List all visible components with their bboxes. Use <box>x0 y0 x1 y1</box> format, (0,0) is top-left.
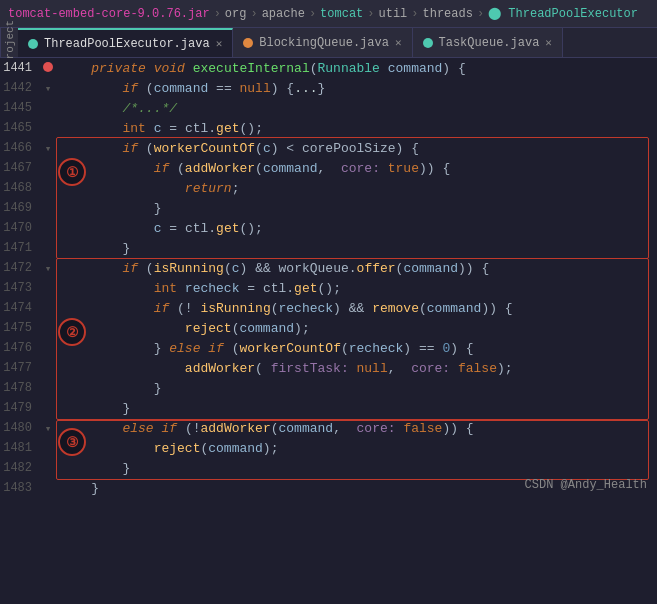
code-area[interactable]: 1441 private void executeInternal(Runnab… <box>0 58 657 604</box>
line-number: 1441 <box>0 58 40 78</box>
code-line: else if (!addWorker(command, core: false… <box>56 418 657 438</box>
table-row: 1477 addWorker( firstTask: null, core: f… <box>0 358 657 378</box>
tab-close-1[interactable]: ✕ <box>216 37 223 50</box>
path-util: util <box>379 7 408 21</box>
code-line: private void executeInternal(Runnable co… <box>56 58 657 78</box>
gutter-cell <box>40 478 56 498</box>
fold-icon[interactable]: ▾ <box>40 138 56 158</box>
tab-icon-blue2 <box>423 38 433 48</box>
code-line: } else if (workerCountOf(recheck) == 0) … <box>56 338 657 358</box>
tab-icon-blue <box>28 39 38 49</box>
gutter-cell <box>40 158 56 178</box>
table-row: 1466 ▾ if (workerCountOf(c) < corePoolSi… <box>0 138 657 158</box>
table-row: 1481 reject(command); <box>0 438 657 458</box>
code-line: if (workerCountOf(c) < corePoolSize) { <box>56 138 657 158</box>
line-number: 1479 <box>0 398 40 418</box>
line-number: 1477 <box>0 358 40 378</box>
line-number: 1482 <box>0 458 40 478</box>
line-number: 1480 <box>0 418 40 438</box>
table-row: 1480 ▾ else if (!addWorker(command, core… <box>0 418 657 438</box>
code-line: if (! isRunning(recheck) && remove(comma… <box>56 298 657 318</box>
jar-name: tomcat-embed-core-9.0.76.jar <box>8 7 210 21</box>
watermark: CSDN @Andy_Health <box>525 478 647 492</box>
tab-label-blockingqueue: BlockingQueue.java <box>259 36 389 50</box>
fold-icon[interactable]: ▾ <box>40 78 56 98</box>
gutter-cell <box>40 238 56 258</box>
line-number: 1468 <box>0 178 40 198</box>
path-threads: threads <box>423 7 473 21</box>
table-row: 1482 } <box>0 458 657 478</box>
tab-label-taskqueue: TaskQueue.java <box>439 36 540 50</box>
tab-label-threadpoolexecutor: ThreadPoolExecutor.java <box>44 37 210 51</box>
gutter-cell <box>40 458 56 478</box>
table-row: 1475 reject(command); <box>0 318 657 338</box>
path-tomcat: tomcat <box>320 7 363 21</box>
table-row: 1470 c = ctl.get(); <box>0 218 657 238</box>
line-number: 1474 <box>0 298 40 318</box>
table-row: 1442 ▾ if (command == null) {...} <box>0 78 657 98</box>
table-row: 1474 if (! isRunning(recheck) && remove(… <box>0 298 657 318</box>
table-row: 1445 /*...*/ <box>0 98 657 118</box>
path-class: ⬤ ThreadPoolExecutor <box>488 6 638 21</box>
tab-taskqueue[interactable]: TaskQueue.java ✕ <box>413 28 563 57</box>
code-line: } <box>56 198 657 218</box>
breakpoint-icon <box>40 58 56 78</box>
line-number: 1466 <box>0 138 40 158</box>
gutter-cell <box>40 98 56 118</box>
gutter-cell <box>40 338 56 358</box>
table-row: 1478 } <box>0 378 657 398</box>
line-number: 1471 <box>0 238 40 258</box>
tab-icon-orange <box>243 38 253 48</box>
tab-bar: Project ThreadPoolExecutor.java ✕ Blocki… <box>0 28 657 58</box>
table-row: 1465 int c = ctl.get(); <box>0 118 657 138</box>
tab-close-2[interactable]: ✕ <box>395 36 402 49</box>
line-number: 1445 <box>0 98 40 118</box>
code-line: int recheck = ctl.get(); <box>56 278 657 298</box>
gutter-cell <box>40 118 56 138</box>
gutter-cell <box>40 178 56 198</box>
line-number: 1465 <box>0 118 40 138</box>
gutter-cell <box>40 298 56 318</box>
tab-blockingqueue[interactable]: BlockingQueue.java ✕ <box>233 28 412 57</box>
gutter-cell <box>40 358 56 378</box>
line-number: 1467 <box>0 158 40 178</box>
table-row: 1476 } else if (workerCountOf(recheck) =… <box>0 338 657 358</box>
table-row: 1472 ▾ if (isRunning(c) && workQueue.off… <box>0 258 657 278</box>
gutter-cell <box>40 398 56 418</box>
table-row: 1469 } <box>0 198 657 218</box>
main-area: 1441 private void executeInternal(Runnab… <box>0 58 657 604</box>
line-number: 1481 <box>0 438 40 458</box>
tab-threadpoolexecutor[interactable]: ThreadPoolExecutor.java ✕ <box>18 28 233 57</box>
code-line: return; <box>56 178 657 198</box>
table-row: 1467 if (addWorker(command, core: true))… <box>0 158 657 178</box>
table-row: 1473 int recheck = ctl.get(); <box>0 278 657 298</box>
code-line: c = ctl.get(); <box>56 218 657 238</box>
line-number: 1442 <box>0 78 40 98</box>
code-table: 1441 private void executeInternal(Runnab… <box>0 58 657 498</box>
table-row: 1441 private void executeInternal(Runnab… <box>0 58 657 78</box>
gutter-cell <box>40 198 56 218</box>
gutter-cell <box>40 318 56 338</box>
project-label: Project <box>0 28 18 57</box>
code-line: int c = ctl.get(); <box>56 118 657 138</box>
code-line: if (command == null) {...} <box>56 78 657 98</box>
code-line: addWorker( firstTask: null, core: false)… <box>56 358 657 378</box>
code-line: reject(command); <box>56 318 657 338</box>
fold-icon[interactable]: ▾ <box>40 418 56 438</box>
path-org: org <box>225 7 247 21</box>
line-number: 1476 <box>0 338 40 358</box>
code-line: } <box>56 458 657 478</box>
gutter-cell <box>40 378 56 398</box>
code-line: reject(command); <box>56 438 657 458</box>
code-line: } <box>56 398 657 418</box>
code-line: if (addWorker(command, core: true)) { <box>56 158 657 178</box>
line-number: 1469 <box>0 198 40 218</box>
fold-icon[interactable]: ▾ <box>40 258 56 278</box>
table-row: 1479 } <box>0 398 657 418</box>
code-line: } <box>56 378 657 398</box>
tab-close-3[interactable]: ✕ <box>545 36 552 49</box>
code-line: if (isRunning(c) && workQueue.offer(comm… <box>56 258 657 278</box>
table-row: 1468 return; <box>0 178 657 198</box>
line-number: 1478 <box>0 378 40 398</box>
code-line: } <box>56 238 657 258</box>
